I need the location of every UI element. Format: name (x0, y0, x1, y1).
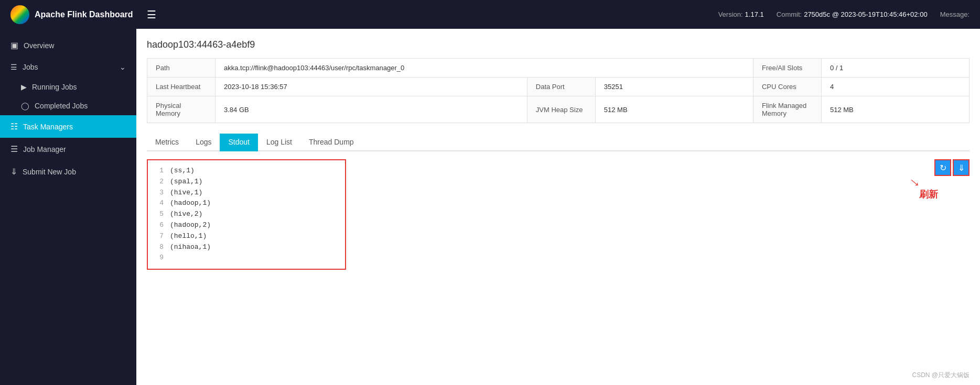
completed-jobs-icon: ◯ (21, 102, 29, 110)
running-jobs-icon: ▶ (21, 83, 27, 91)
sidebar-item-completed-jobs[interactable]: ◯ Completed Jobs (10, 96, 136, 115)
watermark: CSDN @只爱大锅饭 (912, 371, 970, 380)
jobs-icon: ☰ (10, 63, 17, 71)
overview-label: Overview (24, 41, 54, 50)
stdout-line-5: 5 (hive,2) (153, 209, 340, 220)
line-content-4: (hadoop,1) (170, 198, 211, 209)
stdout-line-1: 1 (ss,1) (153, 166, 340, 177)
action-buttons: ↻ ⇓ (934, 159, 970, 176)
path-value: akka.tcp://flink@hadoop103:44463/user/rp… (216, 59, 753, 78)
message-label: Message: (940, 10, 970, 18)
stdout-line-9: 9 (153, 252, 340, 263)
line-num-9: 9 (153, 252, 164, 263)
submit-job-icon: ⇓ (10, 167, 17, 177)
free-slots-value: 0 / 1 (821, 59, 969, 78)
line-content-5: (hive,2) (170, 209, 202, 220)
stdout-line-6: 6 (hadoop,2) (153, 220, 340, 231)
layout: ▣ Overview ☰ Jobs ⌄ ▶ Running Jobs ◯ Com… (0, 29, 980, 385)
app-title: Apache Flink Dashboard (35, 10, 133, 19)
line-content-1: (ss,1) (170, 166, 195, 177)
tab-thread-dump[interactable]: Thread Dump (300, 134, 362, 151)
cpu-cores-value: 4 (821, 78, 969, 96)
download-button[interactable]: ⇓ (953, 159, 970, 176)
line-content-2: (spal,1) (170, 177, 202, 188)
jvm-heap-label: JVM Heap Size (527, 96, 595, 123)
stdout-line-4: 4 (hadoop,1) (153, 198, 340, 209)
jvm-heap-value: 512 MB (595, 96, 753, 123)
stdout-container: 1 (ss,1) 2 (spal,1) 3 (hive,1) 4 (hadoop… (147, 159, 970, 270)
jobs-label: Jobs (23, 63, 38, 71)
sidebar-item-submit-new-job[interactable]: ⇓ Submit New Job (0, 160, 136, 183)
stdout-line-7: 7 (hello,1) (153, 231, 340, 242)
task-managers-icon: ☷ (10, 122, 18, 131)
free-slots-label: Free/All Slots (753, 59, 821, 78)
tab-bar: Metrics Logs Stdout Log List Thread Dump (147, 134, 970, 151)
cpu-cores-label: CPU Cores (753, 78, 821, 96)
main-content: hadoop103:44463-a4ebf9 Path akka.tcp://f… (136, 29, 980, 385)
tab-log-list[interactable]: Log List (258, 134, 300, 151)
sidebar-item-job-manager[interactable]: ☰ Job Manager (0, 138, 136, 160)
header: Apache Flink Dashboard ☰ Version: 1.17.1… (0, 0, 980, 29)
data-port-value: 35251 (595, 78, 753, 96)
submit-new-job-label: Submit New Job (23, 168, 76, 176)
line-num-8: 8 (153, 242, 164, 253)
table-row-heartbeat: Last Heartbeat 2023-10-18 15:36:57 Data … (147, 78, 970, 96)
jobs-arrow-icon: ⌄ (120, 63, 126, 71)
stdout-line-2: 2 (spal,1) (153, 177, 340, 188)
sidebar-item-running-jobs[interactable]: ▶ Running Jobs (10, 78, 136, 96)
path-label: Path (147, 59, 216, 78)
line-content-7: (hello,1) (170, 231, 207, 242)
sidebar-item-jobs[interactable]: ☰ Jobs ⌄ (0, 57, 136, 78)
refresh-button[interactable]: ↻ (934, 159, 951, 176)
line-num-4: 4 (153, 198, 164, 209)
tab-stdout[interactable]: Stdout (220, 134, 257, 151)
data-port-label: Data Port (527, 78, 595, 96)
line-num-2: 2 (153, 177, 164, 188)
version-label: Version: (718, 10, 743, 18)
tab-logs[interactable]: Logs (187, 134, 220, 151)
running-jobs-label: Running Jobs (32, 83, 77, 91)
line-num-1: 1 (153, 166, 164, 177)
job-manager-label: Job Manager (23, 145, 66, 153)
completed-jobs-label: Completed Jobs (35, 102, 88, 110)
flink-memory-value: 512 MB (821, 96, 969, 123)
commit-value: 2750d5c @ 2023-05-19T10:45:46+02:00 (804, 10, 927, 18)
logo-icon (10, 5, 29, 24)
tab-metrics[interactable]: Metrics (147, 134, 187, 151)
stdout-line-3: 3 (hive,1) (153, 188, 340, 199)
line-num-6: 6 (153, 220, 164, 231)
info-table: Path akka.tcp://flink@hadoop103:44463/us… (147, 58, 970, 123)
overview-icon: ▣ (10, 40, 18, 50)
line-content-3: (hive,1) (170, 188, 202, 199)
annotation-text: 刷新 (919, 188, 938, 201)
jobs-submenu: ▶ Running Jobs ◯ Completed Jobs (0, 78, 136, 115)
sidebar: ▣ Overview ☰ Jobs ⌄ ▶ Running Jobs ◯ Com… (0, 29, 136, 385)
table-row-path: Path akka.tcp://flink@hadoop103:44463/us… (147, 59, 970, 78)
heartbeat-label: Last Heartbeat (147, 78, 216, 96)
line-num-3: 3 (153, 188, 164, 199)
hamburger-button[interactable]: ☰ (147, 8, 164, 21)
table-row-memory: Physical Memory 3.84 GB JVM Heap Size 51… (147, 96, 970, 123)
header-info: Version: 1.17.1 Commit: 2750d5c @ 2023-0… (164, 10, 970, 18)
sidebar-item-task-managers[interactable]: ☷ Task Managers (0, 115, 136, 138)
line-content-8: (nihaoa,1) (170, 242, 211, 253)
stdout-line-8: 8 (nihaoa,1) (153, 242, 340, 253)
physical-memory-label: Physical Memory (147, 96, 216, 123)
heartbeat-value: 2023-10-18 15:36:57 (216, 78, 527, 96)
line-num-5: 5 (153, 209, 164, 220)
flink-memory-label: Flink Managed Memory (753, 96, 821, 123)
line-num-7: 7 (153, 231, 164, 242)
version-value: 1.17.1 (745, 10, 764, 18)
task-managers-label: Task Managers (23, 123, 73, 131)
sidebar-item-overview[interactable]: ▣ Overview (0, 34, 136, 57)
stdout-output: 1 (ss,1) 2 (spal,1) 3 (hive,1) 4 (hadoop… (147, 159, 346, 270)
app-logo: Apache Flink Dashboard (10, 5, 147, 24)
commit-label: Commit: (777, 10, 802, 18)
physical-memory-value: 3.84 GB (216, 96, 527, 123)
page-title: hadoop103:44463-a4ebf9 (147, 39, 970, 50)
line-content-6: (hadoop,2) (170, 220, 211, 231)
job-manager-icon: ☰ (10, 144, 18, 154)
